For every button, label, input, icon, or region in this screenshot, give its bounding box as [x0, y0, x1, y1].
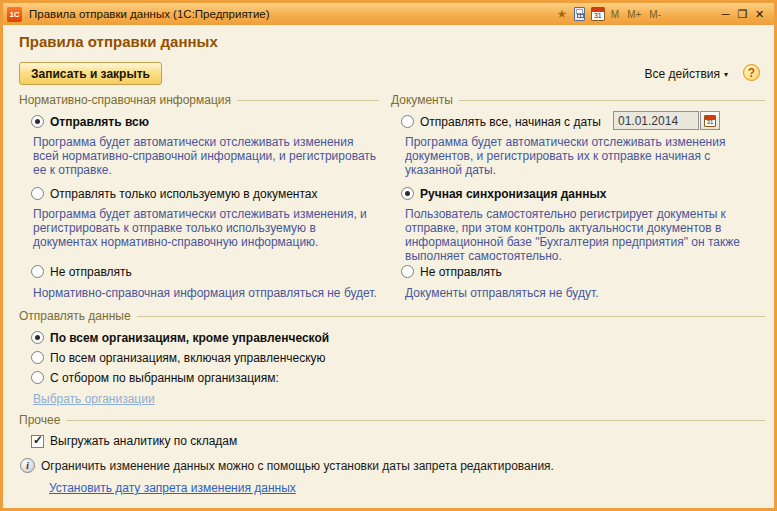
group-docs-header: Документы	[391, 93, 765, 107]
radio-option-selected-orgs[interactable]: С отбором по выбранным организациям:	[31, 370, 279, 385]
group-send-data-header: Отправлять данные	[19, 309, 765, 323]
memory-m-button[interactable]: M	[607, 9, 623, 20]
app-logo-icon: 1С	[7, 7, 22, 22]
window-title: Правила отправки данных (1С:Предприятие)	[29, 8, 270, 20]
radio-option-no-send-docs[interactable]: Не отправлять	[401, 264, 502, 279]
group-nsi-header: Нормативно-справочная информация	[19, 93, 379, 107]
radio-option-send-docs-from-date[interactable]: Отправлять все, начиная с даты 31	[401, 114, 757, 129]
group-other-header: Прочее	[19, 413, 765, 427]
calendar-icon[interactable]: 31	[589, 5, 607, 23]
app-window: 1С Правила отправки данных (1С:Предприят…	[0, 0, 777, 511]
radio-icon[interactable]	[31, 331, 44, 344]
description-text: Программа будет автоматически отслеживат…	[33, 135, 377, 177]
description-text: Документы отправляться не будут.	[405, 286, 757, 300]
description-text: Программа будет автоматически отслеживат…	[405, 135, 757, 177]
radio-option-send-all-nsi[interactable]: Отправлять всю	[31, 114, 149, 129]
info-icon: i	[20, 458, 35, 473]
calendar-icon: 31	[704, 115, 716, 127]
description-text: Нормативно-справочная информация отправл…	[33, 286, 377, 300]
radio-icon[interactable]	[31, 115, 44, 128]
checkbox-export-warehouse-analytics[interactable]: ✓ Выгружать аналитику по складам	[31, 434, 237, 448]
radio-option-send-used-nsi[interactable]: Отправлять только используемую в докумен…	[31, 186, 318, 201]
save-and-close-button[interactable]: Записать и закрыть	[19, 62, 162, 85]
chevron-down-icon: ▾	[724, 70, 728, 79]
radio-option-all-orgs-including-managerial[interactable]: По всем организациям, включая управленче…	[31, 350, 326, 365]
radio-icon[interactable]	[401, 265, 414, 278]
radio-option-manual-sync[interactable]: Ручная синхронизация данных	[401, 186, 606, 201]
radio-icon[interactable]	[401, 187, 414, 200]
radio-option-all-orgs-except-managerial[interactable]: По всем организациям, кроме управленческ…	[31, 330, 329, 345]
radio-icon[interactable]	[31, 371, 44, 384]
set-restriction-date-link[interactable]: Установить дату запрета изменения данных	[49, 481, 296, 495]
memory-mminus-button[interactable]: M-	[645, 9, 665, 20]
help-button[interactable]: ?	[743, 64, 760, 81]
start-date-field[interactable]	[613, 111, 699, 130]
radio-icon[interactable]	[31, 265, 44, 278]
all-actions-button[interactable]: Все действия ▾	[645, 67, 728, 81]
radio-icon[interactable]	[31, 351, 44, 364]
checkbox-icon[interactable]: ✓	[31, 435, 44, 448]
description-text: Программа будет автоматически отслеживат…	[33, 207, 377, 249]
maximize-button[interactable]: ❐	[734, 5, 751, 23]
description-text: Пользователь самостоятельно регистрирует…	[405, 207, 761, 263]
info-note: i Ограничить изменение данных можно с по…	[20, 458, 554, 473]
memory-mplus-button[interactable]: M+	[623, 9, 645, 20]
bookmark-icon[interactable]: ★	[553, 5, 571, 23]
minimize-button[interactable]: ─	[717, 5, 734, 23]
close-button[interactable]: ✕	[751, 5, 768, 23]
radio-option-no-send-nsi[interactable]: Не отправлять	[31, 264, 132, 279]
date-picker-button[interactable]: 31	[700, 111, 720, 130]
calculator-icon[interactable]	[571, 5, 589, 23]
page-title: Правила отправки данных	[19, 33, 218, 50]
radio-icon[interactable]	[31, 187, 44, 200]
titlebar[interactable]: 1С Правила отправки данных (1С:Предприят…	[3, 3, 774, 25]
check-icon: ✓	[33, 433, 43, 447]
select-organizations-link[interactable]: Выбрать организации	[33, 392, 155, 406]
radio-icon[interactable]	[401, 115, 414, 128]
